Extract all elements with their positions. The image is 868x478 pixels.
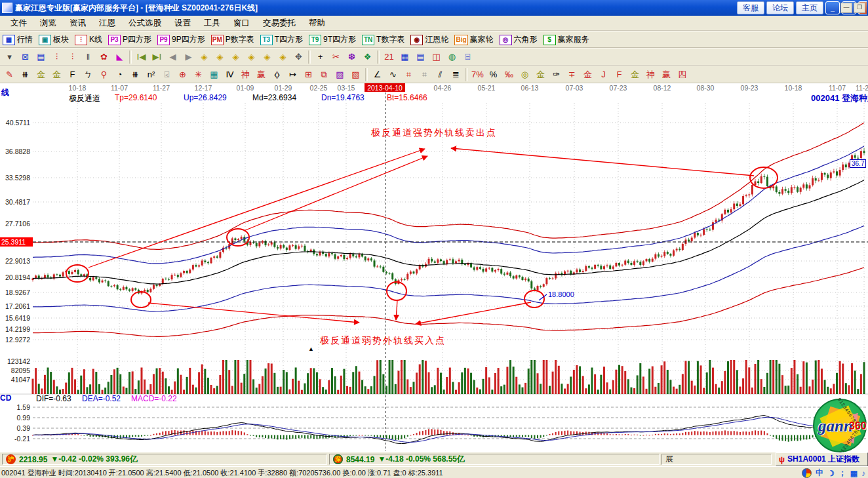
- nav-tool-icon-13[interactable]: ◈: [197, 50, 212, 64]
- draw-tool-icon-41[interactable]: 神: [643, 68, 658, 82]
- nav-tool-icon-9[interactable]: Ⅰ◀: [134, 50, 149, 64]
- draw-tool-icon-14[interactable]: ▦: [207, 68, 222, 82]
- toolbar-button-赢家服务[interactable]: $赢家服务: [543, 34, 589, 45]
- nav-tool-icon-20[interactable]: +: [313, 50, 328, 64]
- menu-item-9[interactable]: 交易委托: [256, 16, 302, 31]
- draw-tool-icon-40[interactable]: 金: [627, 68, 642, 82]
- draw-tool-icon-4[interactable]: 金: [49, 68, 64, 82]
- draw-tool-icon-36[interactable]: ∓: [564, 68, 580, 82]
- shenzhen-index-panel[interactable]: 深 8544.19 ▼-4.18 -0.05% 568.55亿: [329, 454, 660, 465]
- draw-tool-icon-32[interactable]: ‰: [502, 68, 517, 82]
- draw-tool-icon-30[interactable]: 7%: [470, 68, 485, 82]
- nav-tool-icon-16[interactable]: ◈: [244, 50, 259, 64]
- toolbar-button-P数字表[interactable]: PMP数字表: [211, 34, 254, 45]
- menu-item-5[interactable]: 公式选股: [122, 16, 168, 31]
- forum-button[interactable]: 论坛: [766, 1, 794, 14]
- draw-tool-icon-8[interactable]: ◔: [112, 68, 127, 82]
- support-button[interactable]: 客服: [737, 1, 764, 14]
- draw-tool-icon-22[interactable]: ▨: [332, 68, 347, 82]
- toolbar-button-T四方形[interactable]: T3T四方形: [260, 34, 303, 45]
- ime-icon-4[interactable]: ▦: [850, 469, 858, 478]
- nav-tool-icon-7[interactable]: ✿: [96, 50, 111, 64]
- draw-tool-icon-15[interactable]: Ⅳ: [222, 68, 237, 82]
- toolbar-button-江恩轮[interactable]: ◉江恩轮: [410, 34, 448, 45]
- draw-tool-icon-23[interactable]: ▧: [348, 68, 363, 82]
- mdi-restore-button[interactable]: ❐: [854, 3, 865, 13]
- nav-tool-icon-1[interactable]: ▾: [2, 50, 17, 64]
- nav-tool-icon-4[interactable]: ⫶: [49, 50, 64, 64]
- minimize-button[interactable]: _: [825, 1, 840, 14]
- draw-tool-icon-12[interactable]: ⊕: [175, 68, 190, 82]
- chart-area[interactable]: 2013-04-10 线 CD 极反通道 002041 登海种业 25.3911…: [0, 83, 868, 452]
- draw-tool-icon-42[interactable]: 赢: [659, 68, 674, 82]
- ime-icon-5[interactable]: ♪: [861, 469, 865, 478]
- draw-tool-icon-37[interactable]: 金: [580, 68, 595, 82]
- draw-tool-icon-38[interactable]: J: [596, 68, 611, 82]
- draw-tool-icon-39[interactable]: F: [612, 68, 627, 82]
- nav-tool-icon-6[interactable]: ‖: [81, 50, 96, 64]
- nav-tool-icon-21[interactable]: ✂: [328, 50, 344, 64]
- mdi-minimize-button[interactable]: —: [840, 3, 852, 13]
- draw-tool-icon-35[interactable]: ✑: [549, 68, 564, 82]
- menu-item-6[interactable]: 设置: [168, 16, 197, 31]
- ime-ball-icon[interactable]: [802, 468, 812, 478]
- toolbar-button-P四方形[interactable]: P3P四方形: [108, 34, 151, 45]
- nav-tool-icon-2[interactable]: ⊠: [18, 50, 33, 64]
- toolbar-button-行情[interactable]: ▦行情: [3, 34, 33, 45]
- nav-tool-icon-10[interactable]: ▶Ⅰ: [149, 50, 165, 64]
- draw-tool-icon-17[interactable]: 赢: [254, 68, 269, 82]
- menu-item-2[interactable]: 浏览: [33, 16, 63, 31]
- toolbar-button-赢家轮[interactable]: Big赢家轮: [454, 34, 493, 45]
- draw-tool-icon-24[interactable]: ∠: [370, 68, 385, 82]
- nav-tool-icon-8[interactable]: ◣: [112, 50, 127, 64]
- menu-item-3[interactable]: 资讯: [63, 16, 92, 31]
- nav-tool-icon-28[interactable]: ◍: [444, 50, 460, 64]
- nav-tool-icon-3[interactable]: ▤: [33, 50, 49, 64]
- draw-tool-icon-25[interactable]: ∿: [385, 68, 401, 82]
- draw-tool-icon-43[interactable]: 四: [675, 68, 690, 82]
- toolbar-button-9P四方形[interactable]: P99P四方形: [157, 34, 205, 45]
- draw-tool-icon-34[interactable]: 金: [533, 68, 548, 82]
- nav-tool-icon-22[interactable]: ❆: [344, 50, 359, 64]
- draw-tool-icon-13[interactable]: ✳: [191, 68, 206, 82]
- index-mini-window[interactable]: ψ SH1A0001 上证指数: [776, 452, 868, 466]
- nav-tool-icon-24[interactable]: 21: [382, 50, 397, 64]
- draw-tool-icon-10[interactable]: n²: [144, 68, 159, 82]
- nav-tool-icon-29[interactable]: ⌸: [460, 50, 475, 64]
- draw-tool-icon-9[interactable]: ⧻: [128, 68, 143, 82]
- toolbar-button-9T四方形[interactable]: T99T四方形: [309, 34, 356, 45]
- draw-tool-icon-20[interactable]: ⊞: [301, 68, 316, 82]
- nav-tool-icon-25[interactable]: ▦: [397, 50, 412, 64]
- nav-tool-icon-12[interactable]: ▶: [181, 50, 196, 64]
- menu-item-4[interactable]: 江恩: [92, 16, 122, 31]
- nav-tool-icon-18[interactable]: ◈: [275, 50, 290, 64]
- nav-tool-icon-11[interactable]: ◀: [165, 50, 180, 64]
- ime-icon-1[interactable]: 中: [816, 468, 823, 478]
- draw-tool-icon-16[interactable]: 神: [238, 68, 253, 82]
- ime-icon-2[interactable]: ☽: [827, 469, 835, 478]
- draw-tool-icon-18[interactable]: ⧼⧽: [269, 68, 285, 82]
- nav-tool-icon-5[interactable]: ⫶: [65, 50, 80, 64]
- ime-toolbar[interactable]: 中☽；▦♪: [802, 468, 865, 478]
- nav-tool-icon-17[interactable]: ◈: [260, 50, 275, 64]
- draw-tool-icon-29[interactable]: ≣: [448, 68, 464, 82]
- draw-tool-icon-27[interactable]: ⌗: [417, 68, 432, 82]
- homepage-button[interactable]: 主页: [796, 1, 823, 14]
- toolbar-button-T数字表[interactable]: TNT数字表: [362, 34, 404, 45]
- draw-tool-icon-21[interactable]: ⧉: [317, 68, 332, 82]
- nav-tool-icon-23[interactable]: ❖: [360, 50, 375, 64]
- draw-tool-icon-19[interactable]: ↦: [285, 68, 300, 82]
- nav-tool-icon-15[interactable]: ◈: [228, 50, 243, 64]
- nav-tool-icon-14[interactable]: ◈: [212, 50, 227, 64]
- toolbar-button-六角形[interactable]: ◎六角形: [500, 34, 538, 45]
- menu-item-7[interactable]: 工具: [197, 16, 227, 31]
- nav-tool-icon-19[interactable]: ✥: [291, 50, 306, 64]
- shanghai-index-panel[interactable]: 沪 2218.95 ▼-0.42 -0.02% 393.96亿: [2, 454, 327, 465]
- ime-icon-3[interactable]: ；: [838, 468, 846, 478]
- nav-tool-icon-27[interactable]: ◫: [429, 50, 444, 64]
- draw-tool-icon-31[interactable]: %: [486, 68, 501, 82]
- nav-tool-icon-26[interactable]: ▤: [413, 50, 428, 64]
- draw-tool-icon-2[interactable]: ⧻: [18, 68, 33, 82]
- draw-tool-icon-5[interactable]: F: [65, 68, 80, 82]
- toolbar-button-K线[interactable]: ⫶K线: [75, 34, 102, 45]
